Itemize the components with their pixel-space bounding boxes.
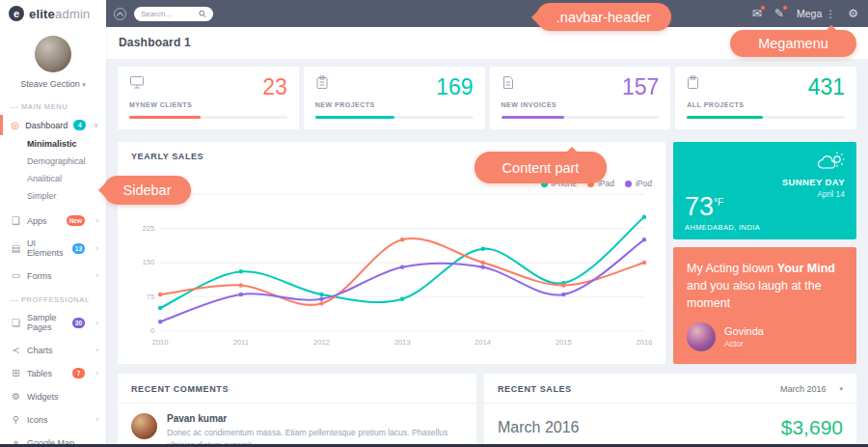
clipboard-icon xyxy=(315,75,329,90)
progress-track xyxy=(502,116,660,119)
temp-value: 73 xyxy=(685,192,714,221)
megamenu-trigger[interactable]: Mega⋮ xyxy=(797,8,835,19)
tables-badge: 7 xyxy=(72,368,85,378)
sidebar-item-forms[interactable]: ▭ Forms › xyxy=(0,265,106,286)
cloud-sun-icon xyxy=(816,150,845,173)
progress-fill xyxy=(502,116,565,119)
svg-text:2012: 2012 xyxy=(313,338,330,347)
sidebar-item-apps[interactable]: ❑ Apps New › xyxy=(0,210,106,231)
quote-author: Govinda xyxy=(724,325,764,337)
sidebar-item-label: Apps xyxy=(27,216,61,226)
legend-dot xyxy=(625,181,632,187)
settings-gear-icon[interactable]: ⚙ xyxy=(848,8,858,19)
caret-down-icon: ▾ xyxy=(839,385,843,393)
sidebar-item-label: Forms xyxy=(27,271,85,281)
svg-text:0: 0 xyxy=(150,326,154,335)
sidebar-item-widgets[interactable]: ⚙ Widgets xyxy=(0,386,106,406)
logo-icon: e xyxy=(9,6,24,21)
messages-icon[interactable]: ✉ xyxy=(752,8,762,19)
yearly-sales-chart: 0751502253002010201120122013201420152016 xyxy=(131,186,652,349)
svg-text:150: 150 xyxy=(143,258,155,266)
progress-fill xyxy=(129,116,201,119)
chevron-right-icon: › xyxy=(91,217,98,224)
stat-label: NEW PROJECTS xyxy=(315,101,474,108)
sidebar-sub-demographical[interactable]: Demographical xyxy=(0,153,106,170)
sidebar-item-ui-elements[interactable]: ▤ UI Elements 13 › xyxy=(0,234,106,263)
sidebar-item-label: Tables xyxy=(27,369,67,378)
brand-light: admin xyxy=(55,7,90,21)
sample-pages-icon: ❏ xyxy=(11,318,21,328)
stat-value: 431 xyxy=(808,76,845,98)
navbar: e eliteadmin ✉ ✎ Mega⋮ ⚙ xyxy=(0,0,868,27)
quote-avatar xyxy=(687,322,716,351)
legend-ipod[interactable]: iPod xyxy=(625,179,652,188)
monitor-icon xyxy=(129,75,145,90)
sample-pages-badge: 30 xyxy=(72,318,85,328)
search-input[interactable] xyxy=(141,10,195,18)
sidebar-sub-analitical[interactable]: Analitical xyxy=(0,170,106,187)
svg-text:225: 225 xyxy=(143,224,155,233)
sidebar-item-sample-pages[interactable]: ❏ Sample Pages 30 › xyxy=(0,308,106,337)
content: 23 MYNEW CLIENTS 169 NEW PROJECTS xyxy=(106,59,868,447)
section-main-menu: --- MAIN MENU xyxy=(0,93,106,115)
sidebar-item-icons[interactable]: ⚲ Icons › xyxy=(0,409,106,430)
quote-role: Actor xyxy=(724,339,764,349)
icons-icon: ⚲ xyxy=(11,414,21,425)
progress-track xyxy=(687,116,845,119)
callout-content-part: Content part xyxy=(475,152,607,183)
stat-card-all-projects: 431 ALL PROJECTS xyxy=(675,67,856,129)
svg-text:2015: 2015 xyxy=(556,338,572,347)
forms-icon: ▭ xyxy=(11,270,21,281)
progress-fill xyxy=(315,116,394,119)
search-box[interactable] xyxy=(134,7,213,21)
sidebar-item-label: Sample Pages xyxy=(27,313,67,332)
sidebar-item-dashboard[interactable]: ◎ Dashboard 4 ∨ xyxy=(0,115,106,135)
callout-sidebar: Sidebar xyxy=(103,176,191,205)
progress-track xyxy=(129,116,287,119)
comment-avatar xyxy=(131,413,157,439)
user-dropdown[interactable]: Steave Gection ▾ xyxy=(0,79,106,89)
stat-label: MYNEW CLIENTS xyxy=(129,101,287,108)
temp-unit: °F xyxy=(714,197,723,208)
sales-month-select[interactable]: March 2016▾ xyxy=(780,384,843,394)
sidebar-item-tables[interactable]: ⊞ Tables 7 › xyxy=(0,363,106,383)
svg-text:75: 75 xyxy=(147,293,154,301)
progress-track xyxy=(315,116,474,119)
svg-text:2014: 2014 xyxy=(475,338,491,347)
compose-icon[interactable]: ✎ xyxy=(774,8,784,19)
ui-elements-badge: 13 xyxy=(72,243,85,254)
stat-value: 23 xyxy=(262,76,287,98)
dashboard-icon: ◎ xyxy=(11,120,19,130)
user-avatar[interactable] xyxy=(35,36,71,72)
weather-condition: SUNNEY DAY xyxy=(782,177,845,187)
stat-value: 169 xyxy=(436,76,473,98)
caret-down-icon: ▾ xyxy=(82,81,86,88)
weather-temp: 73°F xyxy=(685,194,723,220)
legend-label: iPod xyxy=(636,179,652,188)
sidebar-item-label: Dashboard xyxy=(25,121,68,130)
sidebar-sub-simpler[interactable]: Simpler xyxy=(0,187,106,205)
sidebar-item-label: Icons xyxy=(27,415,85,425)
chevron-right-icon: › xyxy=(91,416,98,423)
comment-author: Pavan kumar xyxy=(167,413,463,424)
weather-date: April 14 xyxy=(782,189,845,199)
logo[interactable]: e eliteadmin xyxy=(0,0,106,27)
comment-item[interactable]: Pavan kumar Donec ac condimentum massa. … xyxy=(118,404,476,447)
dots-vertical-icon: ⋮ xyxy=(826,9,835,19)
callout-megamenu: Megamenu xyxy=(730,30,856,57)
sidebar-item-label: Widgets xyxy=(27,392,98,402)
comments-title: RECENT COMMENTS xyxy=(131,384,229,394)
recent-sales-card: RECENT SALES March 2016▾ March 2016 $3,6… xyxy=(484,374,856,447)
stat-card-new-clients: 23 MYNEW CLIENTS xyxy=(118,67,299,129)
svg-text:2016: 2016 xyxy=(637,338,652,347)
sales-month: March 2016 xyxy=(498,419,580,436)
compose-badge xyxy=(782,5,788,11)
user-name: Steave Gection xyxy=(20,79,80,89)
messages-badge xyxy=(760,5,766,11)
sidebar-item-charts[interactable]: ≺ Charts › xyxy=(0,340,106,360)
stat-value: 157 xyxy=(622,76,659,98)
sidebar-sub-minimalistic[interactable]: Minimalistic xyxy=(0,135,106,153)
stat-card-new-projects: 169 NEW PROJECTS xyxy=(304,67,485,129)
sidebar-item-label: Charts xyxy=(27,346,85,355)
sidebar-toggle-button[interactable] xyxy=(114,8,126,20)
